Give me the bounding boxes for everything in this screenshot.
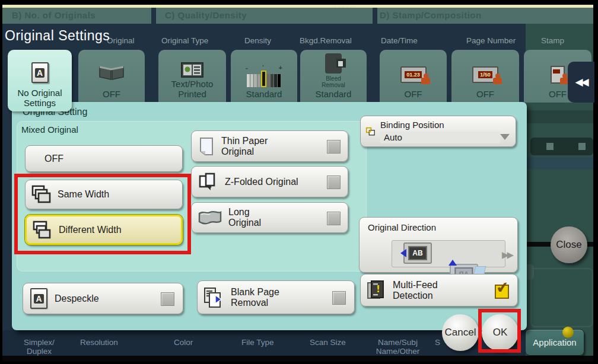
double-left-arrow-icon: ◀◀ bbox=[575, 76, 587, 88]
date-time-button[interactable]: 01.23 OFF bbox=[380, 50, 447, 103]
no-original-settings-button[interactable]: A No Original Settings bbox=[8, 50, 72, 111]
tab-scan-size[interactable]: Scan Size bbox=[310, 338, 346, 347]
stamp-icon bbox=[551, 66, 565, 84]
checkmark-icon: ✔ bbox=[495, 278, 510, 298]
blank-page-removal-button[interactable]: Blank Page Removal bbox=[197, 280, 355, 314]
binding-position-button[interactable]: Binding Position Auto bbox=[360, 116, 516, 147]
book-original-label: Original bbox=[107, 36, 135, 45]
tab-file-type[interactable]: File Type bbox=[241, 338, 274, 347]
page-number-button[interactable]: 1/50 OFF bbox=[451, 50, 519, 103]
blank-page-removal-label: Blank Page Removal bbox=[231, 287, 279, 308]
tab-color[interactable]: Color bbox=[174, 338, 193, 347]
svg-text:!: ! bbox=[376, 284, 380, 295]
annotation-box-ok bbox=[478, 309, 521, 353]
stamp-label: Stamp bbox=[541, 36, 564, 45]
density-gauge-icon: - + · bbox=[246, 66, 282, 84]
despeckle-button[interactable]: A Despeckle bbox=[23, 283, 183, 314]
cancel-label: Cancel bbox=[445, 327, 476, 339]
annotation-box-width-options bbox=[14, 174, 191, 254]
date-time-value: OFF bbox=[405, 89, 422, 99]
section-divider bbox=[151, 8, 156, 102]
original-type-button[interactable]: Text/Photo Printed bbox=[158, 50, 226, 103]
dimmed-frame bbox=[530, 268, 593, 327]
thin-paper-checkbox[interactable] bbox=[327, 140, 341, 154]
despeckle-icon: A bbox=[30, 288, 47, 309]
ab-tile-text: AB bbox=[408, 246, 427, 260]
z-folded-icon bbox=[199, 173, 218, 191]
blank-page-removal-icon bbox=[203, 287, 225, 308]
dimmed-tab bbox=[526, 264, 534, 280]
density-button[interactable]: - + · Standard bbox=[231, 50, 297, 103]
date-icon-text: 01.23 bbox=[405, 71, 422, 78]
original-direction-panel[interactable]: Original Direction AB AB ▶▶ bbox=[359, 217, 518, 273]
text-photo-icon bbox=[180, 61, 205, 79]
long-original-button[interactable]: Long Original bbox=[191, 202, 348, 233]
multi-feed-icon: ! bbox=[367, 280, 387, 301]
multi-feed-detection-button[interactable]: ! Multi-Feed Detection ✔ bbox=[360, 274, 518, 306]
page-title: Original Settings bbox=[5, 28, 110, 44]
long-original-label: Long Original bbox=[228, 207, 261, 228]
chevron-down-icon[interactable] bbox=[500, 134, 510, 140]
multi-feed-label: Multi-Feed Detection bbox=[393, 280, 438, 301]
book-icon bbox=[98, 64, 125, 81]
book-original-off-button[interactable]: OFF bbox=[78, 50, 145, 103]
long-original-checkbox[interactable] bbox=[327, 212, 341, 225]
direction-more-arrow[interactable]: ▶▶ bbox=[502, 250, 512, 260]
z-folded-checkbox[interactable] bbox=[327, 175, 341, 189]
direction-option-portrait[interactable]: AB bbox=[403, 242, 432, 264]
despeckle-label: Despeckle bbox=[55, 293, 99, 304]
blank-page-checkbox[interactable] bbox=[332, 291, 346, 305]
despeckle-checkbox[interactable] bbox=[161, 292, 174, 306]
blue-up-arrow-icon bbox=[448, 260, 457, 266]
section-b-label: B) No. of Originals bbox=[12, 10, 96, 20]
section-c-label: C) Quality/Density bbox=[165, 10, 247, 20]
original-type-label: Original Type bbox=[161, 36, 208, 45]
dimmed-slider-tick bbox=[578, 143, 586, 150]
dimmed-band bbox=[526, 157, 593, 169]
application-label: Application bbox=[533, 337, 576, 347]
close-button[interactable]: Close bbox=[551, 226, 587, 263]
no-original-settings-label: No Original Settings bbox=[17, 88, 62, 108]
mixed-original-group-label: Mixed Original bbox=[21, 124, 78, 135]
thin-paper-icon bbox=[199, 137, 214, 156]
tab-separate-fragment[interactable]: S bbox=[435, 338, 440, 347]
z-folded-label: Z-Folded Original bbox=[225, 177, 298, 187]
multi-feed-checkbox[interactable]: ✔ bbox=[495, 285, 509, 299]
stamp-value: OFF bbox=[549, 89, 567, 99]
page-icon-text: 1/50 bbox=[478, 71, 492, 78]
binding-position-icon bbox=[365, 122, 376, 142]
cancel-button[interactable]: Cancel bbox=[442, 314, 479, 351]
tab-name-subj-other[interactable]: Name/Subj Name/Other bbox=[373, 338, 423, 356]
book-original-off-label: OFF bbox=[103, 89, 120, 99]
dimmed-slider-tick bbox=[546, 143, 554, 150]
z-folded-original-button[interactable]: Z-Folded Original bbox=[191, 166, 348, 197]
page-number-label: Page Number bbox=[466, 36, 516, 45]
application-button[interactable]: Application bbox=[525, 329, 584, 356]
bkgd-removal-button[interactable]: Bleed Removal Standard bbox=[300, 50, 367, 103]
collapse-panel-tab[interactable]: ◀◀ bbox=[568, 62, 594, 103]
binding-position-value: Auto bbox=[384, 132, 402, 142]
copier-touchscreen: ◀◀ ◆ ▶▶ B) No. of Originals C) Quality/D… bbox=[0, 0, 598, 364]
section-divider bbox=[373, 8, 377, 102]
page-number-value: OFF bbox=[476, 89, 494, 99]
long-original-icon bbox=[198, 209, 222, 226]
tab-resolution[interactable]: Resolution bbox=[80, 338, 118, 347]
dimmed-band bbox=[526, 110, 593, 123]
stamp-figure-icon bbox=[421, 78, 430, 84]
close-label: Close bbox=[556, 239, 581, 251]
thin-paper-original-button[interactable]: Thin Paper Original bbox=[191, 130, 348, 162]
status-led-icon bbox=[562, 327, 574, 338]
mixed-off-label: OFF bbox=[44, 154, 63, 164]
bottom-black-strip bbox=[2, 356, 593, 362]
original-direction-label: Original Direction bbox=[368, 222, 436, 233]
bleed-removal-icon bbox=[325, 53, 342, 74]
mixed-off-button[interactable]: OFF bbox=[25, 145, 183, 172]
blue-left-arrow-icon bbox=[400, 249, 406, 257]
original-type-value: Text/Photo Printed bbox=[171, 79, 214, 99]
stamp-figure-icon bbox=[493, 78, 502, 84]
section-d-label: D) Stamp/Composition bbox=[380, 10, 482, 20]
binding-position-label: Binding Position bbox=[380, 120, 500, 130]
bkgd-removal-label: Bkgd.Removal bbox=[300, 36, 352, 45]
tab-simplex-duplex[interactable]: Simplex/ Duplex bbox=[15, 338, 63, 356]
density-dot: · bbox=[262, 62, 265, 69]
